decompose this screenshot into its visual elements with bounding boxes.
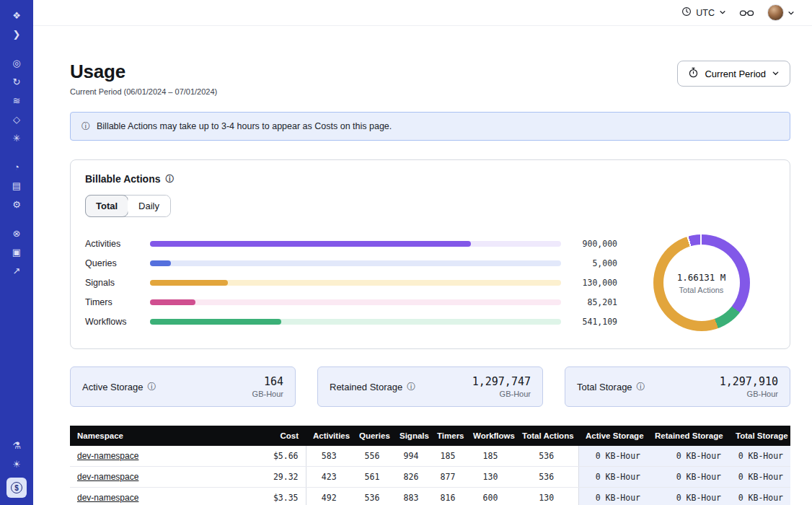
bar-fill bbox=[150, 319, 281, 325]
plans-icon[interactable]: ▤ bbox=[6, 176, 27, 195]
bar-track bbox=[150, 280, 561, 286]
settings-icon[interactable]: ⚙ bbox=[6, 195, 27, 214]
cell-signals: 826 bbox=[392, 467, 430, 488]
tab-total[interactable]: Total bbox=[85, 195, 128, 217]
nexus-icon[interactable]: ✳ bbox=[6, 128, 27, 147]
col-header-active_storage: Active Storage bbox=[578, 426, 648, 446]
col-header-timers: Timers bbox=[430, 426, 466, 446]
storage-card-value-block: 164GB-Hour bbox=[252, 375, 283, 398]
storage-card-active-storage: Active Storageⓘ164GB-Hour bbox=[70, 366, 296, 407]
billable-actions-card: Billable Actions ⓘ TotalDaily Activities… bbox=[70, 159, 790, 349]
storage-card-value-block: 1,297,910GB-Hour bbox=[720, 375, 778, 398]
bar-label: Timers bbox=[85, 297, 144, 307]
cell-activities: 423 bbox=[306, 467, 352, 488]
cell-total_storage: 0 KB-Hour bbox=[728, 446, 790, 467]
namespace-link[interactable]: dev-namespace bbox=[77, 451, 138, 461]
period-dropdown-button[interactable]: Current Period bbox=[677, 61, 790, 87]
goggles-icon[interactable] bbox=[739, 8, 754, 18]
timezone-label: UTC bbox=[696, 8, 715, 18]
cell-signals: 994 bbox=[392, 446, 430, 467]
support-icon[interactable]: ⊗ bbox=[6, 224, 27, 242]
getting-started-icon[interactable]: ↗ bbox=[6, 261, 27, 280]
donut-total-value: 1.66131 M bbox=[677, 272, 726, 283]
bar-fill bbox=[150, 280, 228, 286]
info-icon: ⓘ bbox=[81, 122, 90, 131]
bar-fill bbox=[150, 260, 171, 266]
collapse-chevron-icon[interactable]: ❯ bbox=[6, 25, 27, 43]
deployments-icon[interactable]: ◇ bbox=[6, 110, 27, 128]
bar-label: Signals bbox=[85, 278, 144, 288]
col-header-activities: Activities bbox=[306, 426, 352, 446]
table-row: dev-namespace$3.354925368838166001300 KB… bbox=[70, 488, 790, 505]
timezone-selector[interactable]: UTC bbox=[681, 6, 726, 19]
tab-daily[interactable]: Daily bbox=[128, 196, 170, 216]
bar-value: 85,201 bbox=[570, 297, 617, 307]
sidebar-group-0: ❖❯ bbox=[6, 6, 27, 43]
chevron-down-icon bbox=[787, 6, 795, 19]
bar-row-signals: Signals130,000 bbox=[85, 277, 617, 289]
cell-signals: 883 bbox=[392, 488, 430, 505]
cell-total_storage: 0 KB-Hour bbox=[728, 467, 790, 488]
cell-activities: 583 bbox=[306, 446, 352, 467]
sidebar-group-4: ⚗☀$ bbox=[6, 436, 27, 498]
usage-table-header-row: NamespaceCostActivitiesQueriesSignalsTim… bbox=[70, 426, 790, 446]
col-header-workflows: Workflows bbox=[466, 426, 515, 446]
chevron-down-icon bbox=[719, 8, 726, 18]
period-button-label: Current Period bbox=[705, 69, 766, 79]
usage-icon[interactable]: ◔ bbox=[6, 157, 27, 176]
labs-icon[interactable]: ⚗ bbox=[6, 436, 27, 454]
bar-label: Activities bbox=[85, 239, 144, 249]
info-icon: ⓘ bbox=[166, 175, 175, 183]
col-header-total_actions: Total Actions bbox=[515, 426, 578, 446]
bar-row-queries: Queries5,000 bbox=[85, 258, 617, 270]
storage-card-label: Active Storageⓘ bbox=[82, 382, 156, 392]
temporal-logo-icon[interactable]: ❖ bbox=[6, 6, 27, 25]
stopwatch-icon bbox=[688, 67, 699, 80]
bar-fill bbox=[150, 299, 195, 305]
namespaces-icon[interactable]: ◎ bbox=[6, 53, 27, 72]
cell-cost: 29.32 bbox=[252, 467, 306, 488]
info-banner-text: Billable Actions may take up to 3-4 hour… bbox=[97, 121, 392, 131]
cell-total_actions: 536 bbox=[515, 446, 578, 467]
bar-row-timers: Timers85,201 bbox=[85, 297, 617, 309]
user-menu[interactable] bbox=[767, 4, 795, 21]
storage-card-label: Total Storageⓘ bbox=[577, 382, 645, 392]
col-header-namespace: Namespace bbox=[70, 426, 252, 446]
bar-track bbox=[150, 260, 561, 266]
bar-fill bbox=[150, 241, 471, 247]
cell-timers: 816 bbox=[430, 488, 466, 505]
cell-workflows: 185 bbox=[466, 446, 515, 467]
billing-icon[interactable]: $ bbox=[6, 478, 27, 498]
avatar bbox=[767, 4, 784, 21]
cell-namespace: dev-namespace bbox=[70, 488, 252, 505]
task-queues-icon[interactable]: ≋ bbox=[6, 91, 27, 110]
docs-icon[interactable]: ▣ bbox=[6, 242, 27, 261]
info-icon: ⓘ bbox=[407, 382, 415, 391]
info-icon: ⓘ bbox=[148, 382, 156, 391]
bar-label: Queries bbox=[85, 258, 144, 268]
cell-namespace: dev-namespace bbox=[70, 467, 252, 488]
storage-card-label-text: Total Storage bbox=[577, 382, 632, 392]
cell-active_storage: 0 KB-Hour bbox=[578, 488, 648, 505]
cell-active_storage: 0 KB-Hour bbox=[578, 467, 648, 488]
col-header-total_storage: Total Storage bbox=[728, 426, 790, 446]
storage-card-value: 164 bbox=[252, 375, 283, 388]
theme-icon[interactable]: ☀ bbox=[6, 454, 27, 473]
storage-card-value: 1,297,747 bbox=[472, 375, 531, 388]
donut-center: 1.66131 M Total Actions bbox=[663, 245, 740, 321]
storage-card-total-storage: Total Storageⓘ1,297,910GB-Hour bbox=[565, 366, 790, 407]
table-row: dev-namespace29.324235618268771305360 KB… bbox=[70, 467, 790, 488]
storage-cards: Active Storageⓘ164GB-HourRetained Storag… bbox=[70, 366, 790, 407]
bar-track bbox=[150, 299, 561, 305]
namespace-link[interactable]: dev-namespace bbox=[77, 493, 138, 503]
cell-queries: 536 bbox=[352, 488, 392, 505]
page-title: Usage bbox=[70, 61, 217, 83]
schedules-icon[interactable]: ↻ bbox=[6, 72, 27, 91]
sidebar-group-3: ⊗▣↗ bbox=[6, 224, 27, 280]
sidebar-group-2: ◔▤⚙ bbox=[6, 157, 27, 214]
info-icon: ⓘ bbox=[637, 382, 645, 391]
cell-workflows: 130 bbox=[466, 467, 515, 488]
namespace-link[interactable]: dev-namespace bbox=[77, 472, 138, 482]
cell-workflows: 600 bbox=[466, 488, 515, 505]
sidebar-group-1: ◎↻≋◇✳ bbox=[6, 53, 27, 147]
